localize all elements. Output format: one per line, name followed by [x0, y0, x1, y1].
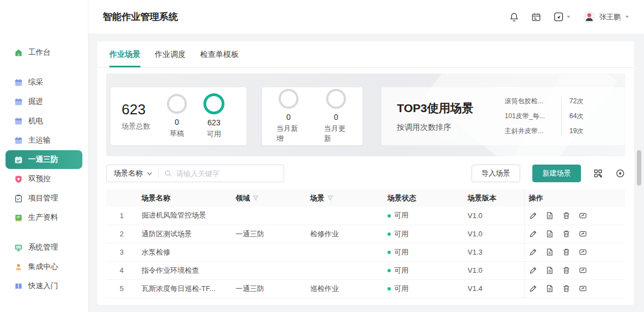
top3-item-count: 64次: [569, 112, 583, 121]
edit-icon[interactable]: [529, 248, 537, 256]
send-icon[interactable]: [553, 12, 571, 22]
edit-icon[interactable]: [529, 230, 537, 238]
sidebar-item-zongcai[interactable]: 综采: [6, 73, 82, 92]
monitor-icon: [14, 243, 23, 252]
sidebar-item-shengchanziliao[interactable]: 生产资料: [6, 208, 82, 227]
share-icon[interactable]: [579, 284, 587, 293]
calendar-icon: [14, 136, 23, 145]
cell-scene: 巡检作业: [306, 279, 383, 298]
filter-field-select[interactable]: 场景名称: [107, 168, 146, 178]
user-menu[interactable]: 张王鹏: [583, 11, 630, 23]
grid-view-icon[interactable]: [593, 168, 603, 178]
row-index: 1: [106, 207, 137, 225]
import-scene-button[interactable]: 导入场景: [472, 165, 520, 182]
delete-icon[interactable]: [562, 230, 570, 238]
sidebar-item-shuangyukong[interactable]: 双预控: [6, 170, 82, 188]
bell-icon[interactable]: [509, 12, 519, 22]
create-scene-button[interactable]: 新建场景: [532, 165, 581, 182]
top3-item-name[interactable]: 滚筒包胶检...: [505, 97, 560, 106]
sidebar-item-label: 掘进: [28, 97, 43, 107]
vertical-scrollbar[interactable]: [637, 150, 641, 186]
header-status: 场景状态: [383, 189, 463, 207]
sidebar-item-yitongsanfang[interactable]: 一通三防: [6, 150, 82, 169]
share-icon[interactable]: [579, 248, 587, 256]
toolbar-actions: 导入场景 新建场景: [472, 165, 625, 182]
share-icon[interactable]: [579, 266, 587, 274]
edit-icon[interactable]: [529, 211, 537, 220]
search-combo: 场景名称: [106, 165, 284, 182]
copy-file-icon[interactable]: [546, 211, 554, 220]
chevron-down-icon: [566, 14, 571, 19]
header-actions: 操作: [524, 189, 625, 207]
share-icon[interactable]: [579, 211, 587, 220]
sidebar-item-xiangmuguanli[interactable]: 项目管理: [6, 189, 82, 208]
tab-work-schedule[interactable]: 作业调度: [155, 50, 186, 67]
sidebar-item-label: 工作台: [28, 47, 51, 57]
cell-status: 可用: [383, 261, 463, 279]
table-row[interactable]: 2 通防区测试场景 一通三防 检修作业 可用 V1.0: [106, 225, 625, 243]
sidebar-item-label: 集成中心: [28, 262, 58, 272]
calendar-icon[interactable]: [531, 12, 541, 22]
delete-icon[interactable]: [562, 211, 570, 220]
status-text: 可用: [394, 266, 409, 274]
chevron-down-icon[interactable]: [146, 171, 153, 177]
sidebar: 工作台 综采 掘进 机电 主运输: [0, 0, 88, 312]
delete-icon[interactable]: [562, 248, 570, 256]
book-icon: [14, 213, 23, 222]
copy-file-icon[interactable]: [546, 266, 554, 274]
sidebar-item-workbench[interactable]: 工作台: [6, 43, 82, 62]
top3-item-name[interactable]: 主斜井皮带...: [505, 126, 560, 136]
tab-work-scene[interactable]: 作业场景: [109, 50, 140, 67]
top3-item-count: 19次: [569, 126, 583, 136]
header-domain: 领域: [231, 189, 306, 207]
clipboard-icon: [14, 194, 23, 203]
table-row[interactable]: 5 瓦斯浓度每日巡检-TF... 一通三防 巡检作业 可用 V1.4: [106, 279, 625, 298]
header-version: 场景版本: [463, 189, 524, 207]
draft-stat: 0 草稿: [167, 94, 187, 139]
cell-domain: 一通三防: [231, 225, 306, 243]
draft-ring: [167, 94, 187, 114]
top3-names: 滚筒包胶检... 101皮带_每... 主斜井皮带...: [505, 97, 560, 136]
copy-file-icon[interactable]: [546, 248, 554, 256]
header-index: [106, 189, 137, 207]
header-scene: 场景: [306, 189, 383, 207]
main-panel: 作业场景 作业调度 检查单模板 623 场景总数 0 草稿: [97, 41, 634, 305]
filter-icon[interactable]: [253, 195, 259, 201]
delete-icon[interactable]: [562, 266, 570, 274]
header-scene-name: 场景名称: [137, 189, 231, 207]
sidebar-item-jidian[interactable]: 机电: [6, 112, 82, 130]
chevron-down-icon: [625, 14, 630, 19]
available-ring: [203, 93, 224, 114]
draft-value: 0: [175, 118, 179, 126]
table-row[interactable]: 4 指令作业环境检查 可用 V1.0: [106, 261, 625, 279]
share-icon[interactable]: [579, 230, 587, 238]
filter-icon[interactable]: [327, 195, 333, 201]
edit-icon[interactable]: [529, 266, 537, 274]
delete-icon[interactable]: [562, 284, 570, 293]
top-header: 智能作业管理系统 张王鹏: [88, 0, 644, 34]
available-stat: 623 可用: [203, 93, 224, 139]
top3-panel: TOP3使用场景 按调用次数排序 滚筒包胶检... 101皮带_每... 主斜井…: [381, 87, 625, 145]
sidebar-item-juejin[interactable]: 掘进: [6, 92, 82, 111]
cell-version: V1.0: [463, 225, 524, 243]
copy-file-icon[interactable]: [546, 284, 554, 293]
copy-file-icon[interactable]: [546, 230, 554, 238]
month-update-ring: [326, 89, 346, 109]
search-input[interactable]: [176, 170, 284, 178]
top3-counts: 72次 64次 19次: [569, 97, 583, 136]
settings-icon[interactable]: [615, 168, 625, 178]
sidebar-item-zhuyunshu[interactable]: 主运输: [6, 131, 82, 150]
tab-checklist-template[interactable]: 检查单模板: [200, 50, 239, 67]
sidebar-item-label: 主运输: [28, 135, 51, 145]
scene-total-label: 场景总数: [122, 121, 150, 131]
sidebar-item-label: 系统管理: [28, 242, 58, 252]
sidebar-item-xitongguanli[interactable]: 系统管理: [6, 238, 82, 257]
sidebar-item-jichengzhongxin[interactable]: 集成中心: [6, 257, 82, 276]
edit-icon[interactable]: [529, 284, 537, 293]
top3-item-name[interactable]: 101皮带_每...: [505, 112, 560, 121]
table-row[interactable]: 3 水泵检修 可用 V1.3: [106, 243, 625, 261]
available-value: 623: [207, 118, 220, 127]
table-row[interactable]: 1 掘进机风险管控场景 可用 V1.0: [106, 207, 625, 225]
sidebar-item-kuaisurumen[interactable]: 快速入门: [6, 277, 82, 295]
status-text: 可用: [394, 248, 409, 256]
